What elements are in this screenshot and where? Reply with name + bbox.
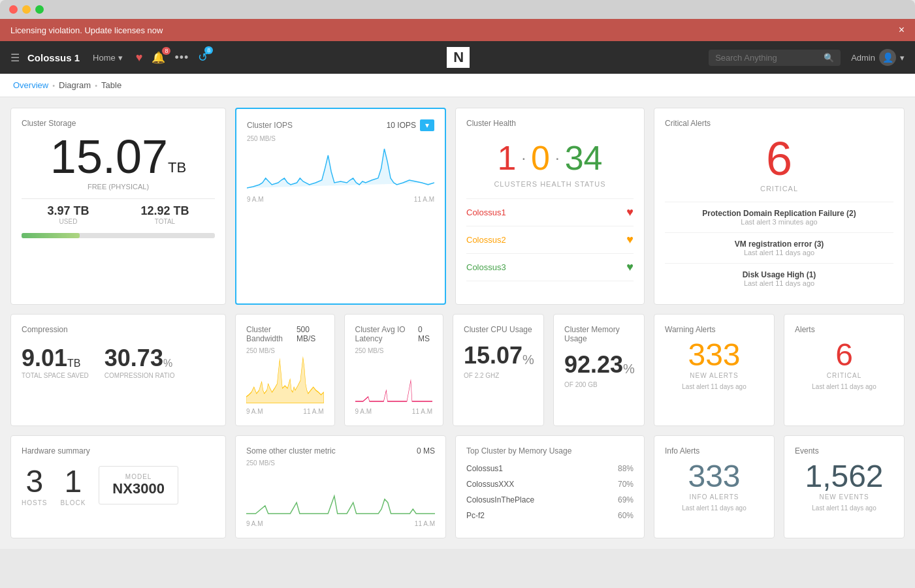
breadcrumb-sep-1: • [52,82,55,89]
cluster-heart-1: ♥ [626,206,634,219]
timer-icon-wrap: ↺ 8 [198,50,208,65]
breadcrumb-table[interactable]: Table [101,80,121,90]
cluster-iops-header: Cluster IOPS 10 IOPS ▾ [247,119,434,131]
cluster-io-latency-header: Cluster Avg IO Latency 0 MS [355,325,433,343]
user-menu[interactable]: Admin 👤 ▾ [851,49,905,66]
nav-brand[interactable]: Colossus 1 [27,52,80,63]
health-icon[interactable]: ♥ [136,51,143,65]
cluster-heart-2: ♥ [626,233,634,247]
storage-used-stat: 3.97 TB USED [47,204,89,225]
other-metric-value: 0 MS [417,446,435,456]
health-count-red: 1 [497,138,516,178]
cluster-health-title: Cluster Health [466,119,634,128]
cluster-cpu-value: 15.07 % [464,342,533,369]
cluster-bandwidth-chart [246,354,324,407]
compression-ratio: 30.73 % COMPRESSION RATIO [104,345,175,379]
hardware-title: Hardware summary [22,446,215,456]
svg-marker-0 [246,358,324,403]
info-alerts-label: INFO ALERTS [665,493,763,501]
license-message: Licensing violation. Update licenses now [10,25,163,35]
search-input[interactable] [715,53,820,63]
breadcrumb-diagram[interactable]: Diagram [59,80,91,90]
cluster-iops-axis: 9 A.M 11 A.M [247,196,434,203]
cluster-memory-card: Cluster Memory Usage 92.23 % OF 200 GB [553,314,645,426]
breadcrumb-sep-2: • [95,82,97,89]
cluster-bandwidth-header: Cluster Bandwidth 500 MB/S [246,325,324,343]
cluster-iops-dropdown[interactable]: ▾ [420,119,434,131]
warning-alerts-count: 333 [665,339,763,371]
license-bar: Licensing violation. Update licenses now… [0,19,915,41]
compression-saved: 9.01 TB TOTAL SPACE SAVED [22,345,89,379]
compression-saved-val: 9.01 TB [22,345,89,372]
other-metric-card: Some other cluster metric 0 MS 250 MB/S … [235,435,446,538]
cluster-storage-card: Cluster Storage 15.07 TB FREE (PHYSICAL)… [10,108,226,305]
health-count-green: 34 [565,138,603,178]
health-cluster-list: Colossus1 ♥ Colossus2 ♥ Colossus3 ♥ [466,198,634,281]
row-1: Cluster Storage 15.07 TB FREE (PHYSICAL)… [10,108,905,305]
critical-alert-3[interactable]: Disk Usage High (1) Last alert 11 days a… [665,263,893,294]
storage-free-label: FREE (PHYSICAL) [22,183,215,191]
storage-stats-row: 3.97 TB USED 12.92 TB TOTAL [22,204,215,225]
bell-icon-wrap: 🔔 8 [152,51,165,65]
cluster-heart-3: ♥ [626,260,634,274]
info-alerts-card: Info Alerts 333 INFO ALERTS Last alert 1… [654,435,775,538]
events-card: Events 1,562 NEW EVENTS Last alert 11 da… [784,435,905,538]
warning-alerts-time: Last alert 11 days ago [665,383,763,390]
critical-alert-2[interactable]: VM registration error (3) Last alert 11 … [665,232,893,263]
events-count: 1,562 [795,461,893,492]
compression-title: Compression [22,325,215,334]
cluster-bandwidth-axis: 9 A.M 11 A.M [246,408,324,415]
alerts-title: Alerts [795,325,893,334]
health-cluster-colossus2[interactable]: Colossus2 ♥ [466,226,634,254]
health-status-label: CLUSTERS HEALTH STATUS [466,180,634,188]
cluster-io-latency-ymax: 250 MB/S [355,347,433,354]
nav-home-link[interactable]: Home [93,53,116,63]
warning-alerts-title: Warning Alerts [665,325,763,334]
top-cluster-memory-list: Colossus1 88% ColossusXXX 70% ColosusInT… [466,461,634,523]
cluster-io-latency-title: Cluster Avg IO Latency [355,325,418,343]
hardware-stats: 3 HOSTS 1 BLOCK MODEL NX3000 [22,463,215,506]
menu-icon[interactable]: ☰ [10,52,20,64]
cluster-io-latency-value: 0 MS [418,325,432,343]
cluster-memory-of-label: OF 200 GB [564,381,634,388]
main-content: Cluster Storage 15.07 TB FREE (PHYSICAL)… [0,97,915,549]
other-metric-axis: 9 A.M 11 A.M [246,520,435,527]
cluster-io-latency-card: Cluster Avg IO Latency 0 MS 250 MB/S 9 A… [344,314,444,426]
window-maximize-btn[interactable] [35,5,44,14]
cluster-bandwidth-ymax: 250 MB/S [246,347,324,354]
health-cluster-colossus1[interactable]: Colossus1 ♥ [466,199,634,226]
breadcrumb: Overview • Diagram • Table [0,74,915,97]
hardware-model-label: MODEL [112,473,165,480]
health-dot-1: · [521,149,526,167]
alerts-label: CRITICAL [795,372,893,379]
row-2: Compression 9.01 TB TOTAL SPACE SAVED 30… [10,314,905,426]
breadcrumb-overview[interactable]: Overview [13,80,48,90]
cluster-health-card: Cluster Health 1 · 0 · 34 CLUSTERS HEALT… [455,108,645,305]
warning-alerts-card: Warning Alerts 333 NEW ALERTS Last alert… [654,314,775,426]
nav-home-caret-icon: ▾ [118,53,123,63]
critical-alert-1[interactable]: Protection Domain Replication Failure (2… [665,202,893,232]
alerts-card: Alerts 6 CRITICAL Last alert 11 days ago [784,314,905,426]
other-metric-title: Some other cluster metric [246,446,336,456]
compression-card: Compression 9.01 TB TOTAL SPACE SAVED 30… [10,314,226,426]
cluster-storage-title: Cluster Storage [22,119,215,128]
cluster-iops-chart [247,142,434,194]
cluster-io-latency-chart [355,354,433,407]
cluster-io-latency-axis: 9 A.M 11 A.M [355,408,433,415]
window-minimize-btn[interactable] [22,5,31,14]
memory-row-1[interactable]: Colossus1 88% [466,461,634,476]
navbar: ☰ Colossus 1 Home ▾ ♥ 🔔 8 ••• ↺ 8 N 🔍 Ad… [0,41,915,74]
license-close-btn[interactable]: × [899,24,905,36]
cluster-cpu-card: Cluster CPU Usage 15.07 % OF 2.2 GHZ [453,314,544,426]
memory-row-4[interactable]: Pc-f2 60% [466,508,634,523]
events-title: Events [795,446,893,456]
cluster-iops-controls: 10 IOPS ▾ [387,119,434,131]
window-close-btn[interactable] [9,5,18,14]
health-cluster-colossus3[interactable]: Colossus3 ♥ [466,254,634,281]
cluster-memory-value: 92.23 % [564,351,634,379]
storage-bar [22,233,215,238]
memory-row-2[interactable]: ColossusXXX 70% [466,476,634,492]
nutanix-logo: N [447,47,470,68]
nav-logo: N [208,47,709,68]
memory-row-3[interactable]: ColosusInThePlace 69% [466,492,634,508]
